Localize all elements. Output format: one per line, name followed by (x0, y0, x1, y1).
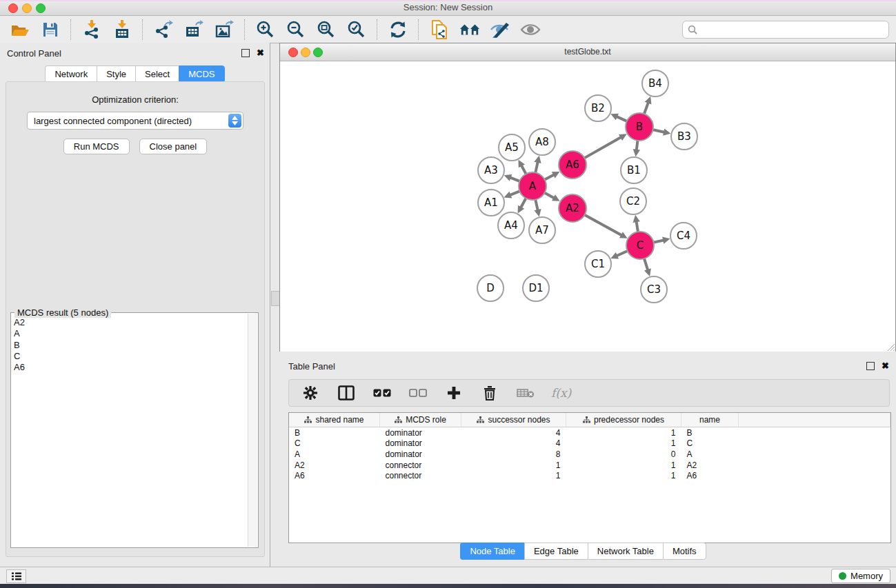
column-header[interactable]: name (681, 413, 739, 427)
zoom-fit-icon[interactable] (316, 19, 337, 40)
table-cell[interactable]: dominator (380, 427, 461, 438)
graph-node-A5[interactable]: A5 (499, 134, 525, 161)
show-results-icon[interactable] (520, 19, 541, 40)
table-cell[interactable]: A6 (289, 470, 380, 481)
table-cell[interactable]: 1 (566, 460, 681, 471)
hide-results-icon[interactable] (490, 19, 510, 40)
column-header[interactable]: predecessor nodes (566, 413, 681, 427)
search-input[interactable] (700, 24, 888, 36)
save-session-icon[interactable] (40, 19, 61, 40)
select-all-icon[interactable] (372, 383, 392, 403)
graph-edge[interactable] (616, 250, 628, 256)
run-mcds-button[interactable]: Run MCDS (63, 139, 130, 154)
table-row[interactable]: Cdominator41C (289, 438, 890, 449)
table-close-panel-icon[interactable]: ✖ (882, 363, 889, 369)
table-cell[interactable]: connector (380, 460, 461, 471)
graph-edge[interactable] (584, 214, 622, 236)
graph-node-D[interactable]: D (477, 275, 504, 301)
zoom-out-icon[interactable] (286, 19, 306, 40)
table-tab-edge-table[interactable]: Edge Table (524, 543, 588, 560)
table-cell[interactable]: 1 (566, 427, 681, 438)
graph-edge[interactable] (644, 102, 648, 115)
graph-node-A2[interactable]: A2 (559, 194, 586, 222)
table-cell[interactable]: A6 (681, 470, 739, 481)
function-builder-icon[interactable]: f(x) (551, 386, 571, 400)
table-cell[interactable]: connector (380, 470, 461, 481)
export-image-icon[interactable] (214, 19, 235, 40)
split-columns-icon[interactable] (336, 383, 357, 403)
table-cell[interactable]: 0 (566, 449, 681, 460)
result-list-item[interactable]: B (12, 340, 248, 351)
result-list-item[interactable]: A (12, 328, 248, 339)
close-panel-icon[interactable]: ✖ (257, 50, 264, 57)
network-window-titlebar[interactable]: testGlobe.txt (280, 43, 895, 61)
float-panel-icon[interactable] (241, 49, 250, 57)
refresh-icon[interactable] (388, 19, 408, 40)
import-table-icon[interactable] (112, 19, 132, 40)
graph-node-B4[interactable]: B4 (642, 70, 668, 97)
table-cell[interactable]: 1 (461, 470, 566, 481)
graph-edge[interactable] (644, 257, 648, 271)
table-cell[interactable]: dominator (380, 438, 461, 449)
column-header[interactable]: successor nodes (461, 413, 566, 427)
export-table-icon[interactable] (183, 19, 204, 40)
graph-node-C1[interactable]: C1 (585, 251, 611, 277)
deselect-all-icon[interactable] (408, 383, 428, 403)
clone-network-icon[interactable] (429, 19, 450, 40)
resize-grip-icon[interactable] (886, 342, 895, 351)
graph-node-B1[interactable]: B1 (621, 157, 647, 183)
graph-node-A3[interactable]: A3 (478, 157, 504, 183)
open-session-icon[interactable] (10, 19, 30, 40)
tab-mcds[interactable]: MCDS (179, 65, 224, 83)
delete-table-icon[interactable] (515, 383, 536, 403)
graph-node-B[interactable]: B (626, 113, 653, 141)
graph-node-B3[interactable]: B3 (671, 123, 697, 150)
table-row[interactable]: Bdominator41B (289, 427, 890, 438)
add-column-icon[interactable] (444, 383, 464, 403)
graph-node-A1[interactable]: A1 (478, 190, 504, 216)
gear-icon[interactable] (300, 383, 321, 403)
table-tab-motifs[interactable]: Motifs (663, 543, 706, 560)
close-panel-button[interactable]: Close panel (139, 139, 208, 154)
table-tab-node-table[interactable]: Node Table (460, 543, 524, 560)
tab-style[interactable]: Style (97, 65, 135, 83)
table-cell[interactable]: C (681, 438, 739, 449)
table-cell[interactable]: 1 (566, 438, 681, 449)
table-cell[interactable]: C (289, 438, 380, 449)
graph-node-A8[interactable]: A8 (529, 129, 555, 155)
graph-node-A6[interactable]: A6 (559, 151, 586, 179)
table-row[interactable]: Adominator80A (289, 449, 890, 460)
graph-node-B2[interactable]: B2 (585, 95, 611, 121)
home-icon[interactable] (459, 19, 480, 40)
task-history-button[interactable] (6, 569, 26, 583)
memory-button[interactable]: Memory (831, 569, 890, 583)
graph-node-A7[interactable]: A7 (529, 217, 555, 243)
result-list-item[interactable]: A6 (12, 362, 248, 373)
graph-node-A[interactable]: A (519, 172, 546, 200)
graph-edge[interactable] (584, 137, 622, 159)
export-network-icon[interactable] (153, 19, 174, 40)
table-cell[interactable]: 4 (461, 427, 566, 438)
graph-node-C2[interactable]: C2 (620, 188, 646, 214)
table-cell[interactable]: dominator (380, 449, 461, 460)
graph-node-C[interactable]: C (626, 232, 654, 259)
graph-node-A4[interactable]: A4 (498, 212, 524, 239)
result-list-item[interactable]: A2 (12, 317, 248, 328)
table-tab-network-table[interactable]: Network Table (588, 543, 663, 560)
table-cell[interactable]: B (289, 427, 380, 438)
import-network-icon[interactable] (81, 19, 102, 40)
table-float-panel-icon[interactable] (866, 362, 875, 370)
table-row[interactable]: A6connector11A6 (289, 470, 890, 481)
zoom-in-icon[interactable] (255, 19, 276, 40)
graph-node-C4[interactable]: C4 (670, 223, 697, 249)
search-box[interactable] (682, 21, 889, 39)
table-cell[interactable]: A2 (289, 460, 380, 471)
table-cell[interactable]: 4 (461, 438, 566, 449)
tab-select[interactable]: Select (135, 65, 179, 83)
graph-node-D1[interactable]: D1 (523, 275, 549, 301)
result-list-item[interactable]: C (12, 351, 248, 362)
column-header[interactable]: shared name (289, 413, 380, 427)
table-cell[interactable]: B (681, 427, 739, 438)
tab-network[interactable]: Network (45, 65, 97, 83)
table-cell[interactable]: A2 (681, 460, 739, 471)
